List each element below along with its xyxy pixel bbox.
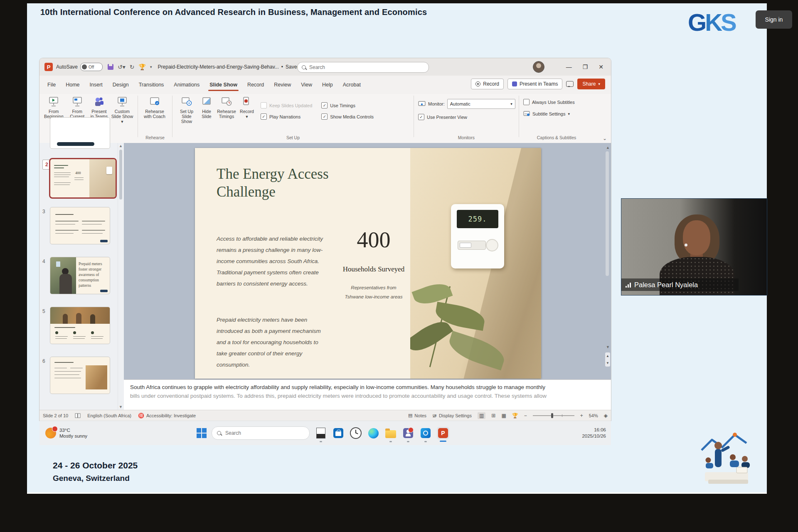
tab-design[interactable]: Design <box>108 79 133 90</box>
fit-slide-button[interactable]: ◈ <box>604 413 608 419</box>
reading-view-button[interactable]: ▦ <box>501 413 506 419</box>
scroll-down-icon[interactable]: ▼ <box>606 345 610 349</box>
thumb4-button <box>100 290 108 292</box>
spellcheck-icon[interactable] <box>75 413 81 418</box>
present-in-teams-ribbon-button[interactable]: Present in Teams <box>90 96 108 119</box>
taskbar-app-notepad[interactable] <box>315 427 327 439</box>
taskbar-app-edge[interactable] <box>367 427 379 439</box>
thumbnail-slide-1-partial[interactable] <box>50 117 110 149</box>
set-up-slide-show-button[interactable]: Set Up Slide Show <box>176 96 197 124</box>
presenter-video[interactable]: Palesa Pearl Nyalela <box>621 199 767 295</box>
tab-file[interactable]: File <box>43 79 60 90</box>
minimize-button[interactable]: — <box>566 64 572 70</box>
slideshow-quick-icon[interactable]: 🏆 <box>139 64 146 70</box>
accessibility-status[interactable]: 🉐Accessibility: Investigate <box>138 413 196 419</box>
close-button[interactable]: ✕ <box>598 64 603 70</box>
tab-record[interactable]: Record <box>243 79 268 90</box>
tab-slide-show[interactable]: Slide Show <box>205 79 242 90</box>
scrollbar-thumb[interactable] <box>119 150 122 200</box>
normal-view-button[interactable]: ▥ <box>478 412 485 419</box>
thumbnail-slide-5[interactable] <box>50 307 110 344</box>
scroll-up-icon[interactable]: ▲ <box>606 145 610 150</box>
tab-home[interactable]: Home <box>61 79 84 90</box>
sign-in-button[interactable]: Sign in <box>756 10 792 29</box>
from-beginning-button[interactable]: From Beginning <box>43 96 64 119</box>
notes-toggle[interactable]: ▤Notes <box>408 413 426 418</box>
thumbnail-scrollbar[interactable]: ▲ ▼ <box>118 143 124 410</box>
scroll-down-icon[interactable]: ▼ <box>119 405 123 409</box>
zoom-slider[interactable] <box>533 415 574 416</box>
present-in-teams-button[interactable]: Present in Teams <box>507 79 563 89</box>
taskbar-app-outlook[interactable] <box>419 427 432 439</box>
record-ribbon-button[interactable]: Record ▾ <box>239 96 255 119</box>
redo-icon[interactable]: ↻ <box>130 64 135 70</box>
slide-paragraph-2: Prepaid electricity meters have been int… <box>217 314 324 370</box>
slide-scrollbar[interactable]: ▲ ▼ ▲ ▼ <box>605 145 610 378</box>
rehearse-with-coach-button[interactable]: Rehearse with Coach <box>141 96 168 119</box>
subtitle-settings-button[interactable]: Subtitle Settings▾ <box>523 111 591 116</box>
autosave-switch[interactable]: Off <box>80 63 103 71</box>
current-slide[interactable]: The Energy Access Challenge Access to af… <box>195 148 541 379</box>
keep-slides-updated-checkbox[interactable]: Keep Slides Updated <box>261 102 312 108</box>
previous-slide-button[interactable]: ▲ <box>606 354 609 358</box>
taskbar-weather-widget[interactable]: 33°CMostly sunny <box>45 427 87 439</box>
zoom-level[interactable]: 54% <box>589 413 598 418</box>
slide-sorter-view-button[interactable]: ⊞ <box>491 413 495 419</box>
taskbar-app-file-explorer[interactable] <box>384 427 397 439</box>
thumbnail-slide-3[interactable] <box>50 207 110 244</box>
taskbar-app-store[interactable] <box>332 427 345 439</box>
zoom-in-button[interactable]: + <box>580 413 583 419</box>
undo-icon[interactable]: ↺▾ <box>118 64 126 70</box>
collapse-ribbon-icon[interactable]: ⌄ <box>603 135 607 141</box>
thumbnail-slide-2[interactable]: 400 <box>49 158 117 199</box>
tab-acrobat[interactable]: Acrobat <box>338 79 365 90</box>
scroll-up-icon[interactable]: ▲ <box>119 144 123 148</box>
taskbar-app-powerpoint-active[interactable]: P <box>437 427 449 439</box>
hide-slide-button[interactable]: Hide Slide <box>199 96 214 119</box>
slide-editing-area[interactable]: The Energy Access Challenge Access to af… <box>124 143 611 379</box>
show-media-controls-checkbox[interactable]: Show Media Controls <box>321 113 374 120</box>
record-button[interactable]: Record <box>471 79 504 89</box>
autosave-toggle[interactable]: AutoSave Off <box>56 63 103 71</box>
tab-insert[interactable]: Insert <box>85 79 107 90</box>
tab-animations[interactable]: Animations <box>169 79 204 90</box>
comments-button[interactable] <box>566 81 574 87</box>
taskbar-clock[interactable]: 16:06 2025/10/26 <box>582 427 606 439</box>
language-indicator[interactable]: English (South Africa) <box>87 413 131 418</box>
display-settings-button[interactable]: 🖳Display Settings <box>432 413 472 418</box>
use-presenter-view-checkbox[interactable]: Use Presenter View <box>418 114 516 120</box>
tab-review[interactable]: Review <box>269 79 296 90</box>
next-slide-button[interactable]: ▼ <box>606 361 609 365</box>
share-button[interactable]: Share▾ <box>577 79 605 89</box>
ppt-search-input[interactable] <box>308 64 424 71</box>
account-avatar[interactable] <box>533 61 544 73</box>
custom-slide-show-button[interactable]: Custom Slide Show ▾ <box>110 96 134 124</box>
start-button[interactable] <box>197 428 207 438</box>
thumbnail-slide-4[interactable]: Prepaid meters foster stronger awareness… <box>50 257 110 294</box>
play-narrations-checkbox[interactable]: Play Narrations <box>261 113 312 120</box>
always-use-subtitles-checkbox[interactable]: Always Use Subtitles <box>523 99 591 105</box>
zoom-out-button[interactable]: − <box>524 413 527 419</box>
taskbar-app-teams[interactable] <box>402 427 414 439</box>
zoom-slider-thumb[interactable] <box>551 413 553 418</box>
tab-transitions[interactable]: Transitions <box>134 79 169 90</box>
taskbar-app-clock[interactable] <box>350 427 362 439</box>
scrollbar-thumb[interactable] <box>606 151 609 276</box>
slideshow-view-button[interactable]: 🏆 <box>512 413 518 419</box>
tab-help[interactable]: Help <box>318 79 337 90</box>
tab-view[interactable]: View <box>296 79 317 90</box>
save-icon[interactable] <box>108 64 113 70</box>
taskbar-search-box[interactable] <box>212 426 310 440</box>
ppt-titlebar[interactable]: P AutoSave Off ↺▾ ↻ 🏆 ▾ Prepaid-Electric… <box>39 58 611 76</box>
windows-taskbar: 33°CMostly sunny P 16:06 2025/10/26 <box>39 421 611 445</box>
taskbar-search-input[interactable] <box>224 430 304 436</box>
ppt-search-box[interactable] <box>297 62 429 73</box>
use-timings-checkbox[interactable]: Use Timings <box>321 102 374 108</box>
thumbnail-slide-6[interactable] <box>50 357 110 394</box>
customize-toolbar-icon[interactable]: ▾ <box>150 65 152 69</box>
restore-button[interactable]: ❐ <box>583 64 588 70</box>
slide1-bottom-bar <box>57 142 94 146</box>
rehearse-timings-button[interactable]: Rehearse Timings <box>216 96 237 119</box>
notes-pane[interactable]: South Africa continues to grapple with e… <box>124 379 611 410</box>
monitor-select[interactable]: Automatic▾ <box>447 99 515 109</box>
